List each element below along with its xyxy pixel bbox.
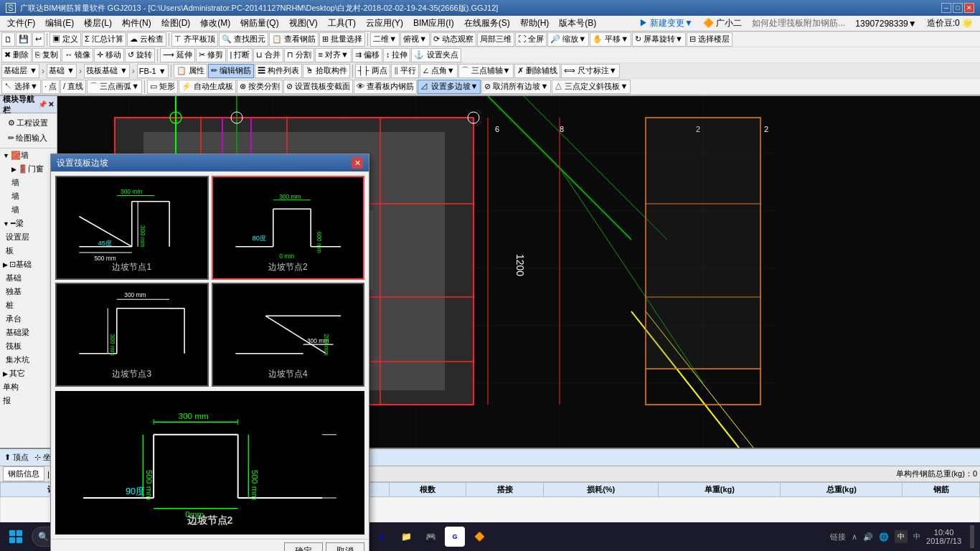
- tree-wall-sub1[interactable]: 墙: [0, 176, 57, 189]
- tree-wall-sub2[interactable]: 墙: [0, 189, 57, 203]
- dialog-ok-button[interactable]: 确定: [284, 542, 323, 551]
- btn-pan[interactable]: ✋ 平移▼: [590, 32, 631, 47]
- nav-engineering-item[interactable]: ⚙ 工程设置: [2, 116, 55, 131]
- btn-trim[interactable]: ✂ 修剪: [196, 48, 226, 62]
- btn-line[interactable]: / 直线: [60, 80, 86, 94]
- menu-rebar[interactable]: 钢筋量(Q): [236, 16, 283, 31]
- btn-copy[interactable]: ⎘ 复制: [32, 48, 61, 62]
- drop-floor[interactable]: 基础层 ▼: [1, 64, 39, 78]
- btn-save[interactable]: 💾: [16, 32, 32, 47]
- menu-component[interactable]: 构件(N): [118, 16, 156, 31]
- tree-other[interactable]: ▶ 其它: [0, 367, 57, 380]
- menu-draw[interactable]: 绘图(D): [157, 16, 195, 31]
- close-button[interactable]: ✕: [964, 3, 974, 13]
- menu-help[interactable]: 帮助(H): [516, 16, 554, 31]
- menu-online[interactable]: 在线服务(S): [460, 16, 514, 31]
- btn-set-section[interactable]: ⊘ 设置筏板变截面: [283, 80, 353, 94]
- btn-align[interactable]: ≡ 对齐▼: [315, 48, 351, 62]
- btn-split[interactable]: ⊓ 分割: [284, 48, 314, 62]
- btn-top-view[interactable]: 俯视▼: [400, 32, 430, 47]
- btn-arc[interactable]: ⌒ 三点画弧▼: [87, 80, 142, 94]
- btn-edit-rebar[interactable]: ✏ 编辑钢筋: [208, 64, 254, 78]
- taskbar-games[interactable]: 🎮: [420, 527, 440, 547]
- dialog-close-button[interactable]: ✕: [352, 157, 363, 169]
- btn-parallel[interactable]: ∥ 平行: [391, 64, 419, 78]
- btn-mirror[interactable]: ↔ 镜像: [62, 48, 93, 62]
- drop-fb[interactable]: FB-1 ▼: [137, 64, 169, 78]
- btn-3pt-aux[interactable]: ⌒ 三点辅轴▼: [458, 64, 514, 78]
- tab-rebar-info[interactable]: 钢筋信息: [3, 466, 44, 481]
- nav-pin[interactable]: 📌: [38, 100, 47, 108]
- tree-f6[interactable]: 筏板: [0, 339, 57, 353]
- btn-extend[interactable]: ⟶ 延伸: [160, 48, 195, 62]
- btn-move[interactable]: ✛ 移动: [94, 48, 124, 62]
- node-cell-2[interactable]: 300 mm 80度 600 mm 0 mm 边坡节点2: [212, 176, 365, 280]
- btn-point-angle[interactable]: ∠ 点角▼: [420, 64, 458, 78]
- btn-new[interactable]: 🗋: [1, 32, 15, 47]
- btn-del-aux[interactable]: ✗ 删除辅线: [514, 64, 560, 78]
- tree-f3[interactable]: 桩: [0, 298, 57, 312]
- nav-close[interactable]: ✕: [48, 100, 54, 108]
- tree-f5[interactable]: 基础梁: [0, 326, 57, 339]
- maximize-button[interactable]: □: [953, 3, 963, 13]
- btn-comp-list[interactable]: ☰ 构件列表: [255, 64, 302, 78]
- btn-properties[interactable]: 📋 属性: [174, 64, 207, 78]
- tree-wall[interactable]: ▼ 🧱 墙: [0, 149, 57, 162]
- menu-new-change[interactable]: ▶ 新建变更▼: [635, 16, 697, 31]
- btn-2d[interactable]: 二维▼: [370, 32, 400, 47]
- btn-rotate[interactable]: ↺ 旋转: [125, 48, 155, 62]
- start-button[interactable]: [3, 525, 29, 548]
- tree-f1[interactable]: 基础: [0, 271, 57, 285]
- tray-ime[interactable]: 中: [895, 530, 908, 543]
- taskbar-edge[interactable]: e: [372, 527, 392, 547]
- drop-type[interactable]: 基础 ▼: [47, 64, 77, 78]
- btn-break[interactable]: | 打断: [227, 48, 253, 62]
- menu-view[interactable]: 视图(V): [285, 16, 322, 31]
- tray-expand[interactable]: ∧: [852, 532, 857, 542]
- btn-grip[interactable]: ⚓ 设置夹点: [411, 48, 461, 62]
- btn-calculate[interactable]: Σ 汇总计算: [82, 32, 126, 47]
- btn-delete[interactable]: ✖ 删除: [1, 48, 32, 62]
- menu-floor[interactable]: 楼层(L): [80, 16, 116, 31]
- top-point-btn[interactable]: ⬆ 顶点: [4, 452, 29, 463]
- tree-f4[interactable]: 承台: [0, 312, 57, 326]
- taskbar-app2[interactable]: 🔶: [469, 527, 489, 547]
- menu-modify[interactable]: 修改(M): [196, 16, 235, 31]
- taskbar-ggj[interactable]: G: [445, 527, 465, 547]
- tray-network[interactable]: 🌐: [879, 532, 889, 542]
- btn-set-multi-slope[interactable]: ⊿ 设置多边坡▼: [418, 80, 481, 94]
- menu-bim[interactable]: BIM应用(I): [409, 16, 458, 31]
- btn-orbit[interactable]: ⟳ 动态观察: [430, 32, 476, 47]
- btn-select[interactable]: ↖ 选择▼: [1, 80, 41, 94]
- btn-auto-slab[interactable]: ⚡ 自动生成板: [179, 80, 236, 94]
- tree-slab[interactable]: 板: [0, 244, 57, 258]
- tree-foundation[interactable]: ▶ ⊡ 基础: [0, 258, 57, 271]
- btn-find-elem[interactable]: 🔍 查找图元: [219, 32, 268, 47]
- tree-single[interactable]: 单构: [0, 380, 57, 394]
- btn-view-rebar[interactable]: 📋 查看钢筋: [269, 32, 319, 47]
- btn-rect[interactable]: ▭ 矩形: [147, 80, 178, 94]
- menu-cloud[interactable]: 云应用(Y): [362, 16, 407, 31]
- btn-batch-select[interactable]: ⊞ 批量选择: [319, 32, 365, 47]
- menu-edit[interactable]: 编辑(E): [41, 16, 78, 31]
- btn-undo[interactable]: ↩: [32, 32, 44, 47]
- btn-define[interactable]: ▣ 定义: [50, 32, 81, 47]
- menu-tools[interactable]: 工具(T): [324, 16, 360, 31]
- menu-phone[interactable]: 13907298339▼: [851, 17, 920, 30]
- tree-window[interactable]: ▶ 🚪 门窗: [0, 162, 57, 176]
- btn-pick-comp[interactable]: 🖱 拾取构件: [303, 64, 350, 78]
- minimize-button[interactable]: ─: [941, 3, 951, 13]
- btn-cancel-slope[interactable]: ⊘ 取消所有边坡▼: [481, 80, 551, 94]
- drop-raft[interactable]: 筏板基础 ▼: [84, 64, 130, 78]
- tray-sougou[interactable]: 中: [913, 532, 920, 542]
- btn-screen-rotate[interactable]: ↻ 屏幕旋转▼: [632, 32, 686, 47]
- btn-offset[interactable]: ⇉ 偏移: [352, 48, 382, 62]
- tray-volume[interactable]: 🔊: [863, 532, 873, 542]
- dialog-cancel-button[interactable]: 取消: [326, 542, 364, 551]
- btn-stretch[interactable]: ↕ 拉伸: [383, 48, 411, 62]
- btn-two-pts[interactable]: ┤├ 两点: [355, 64, 390, 78]
- tree-f2[interactable]: 独基: [0, 285, 57, 298]
- btn-select-floor[interactable]: ⊟ 选择楼层: [687, 32, 732, 47]
- tree-set-layer[interactable]: 设置层: [0, 230, 57, 244]
- btn-fullscreen[interactable]: ⛶ 全屏: [515, 32, 547, 47]
